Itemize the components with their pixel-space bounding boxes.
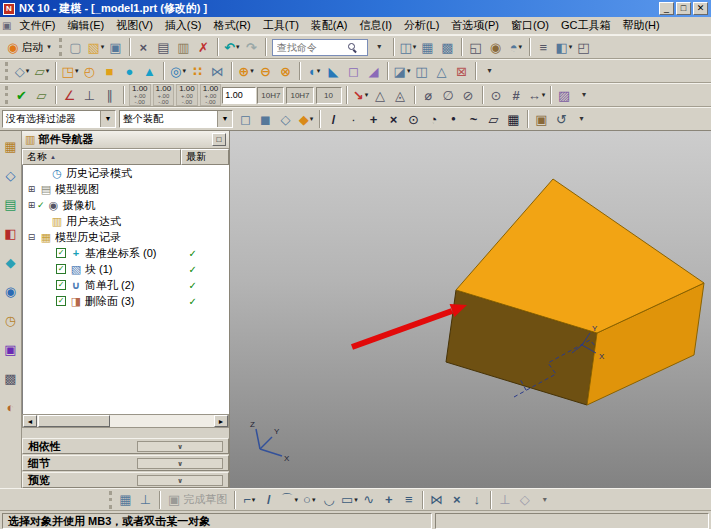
hd3d-tools-button[interactable]: ◆ bbox=[2, 253, 20, 271]
tolerance-field[interactable]: 1.00 +.00 -.00 bbox=[200, 84, 222, 106]
mirror-feature-button[interactable]: ⋈ bbox=[208, 61, 228, 81]
datum-plane-button[interactable]: ◇ ▾ bbox=[12, 61, 32, 81]
column-name[interactable]: 名称 ▲ bbox=[22, 149, 181, 165]
edge-blend-button[interactable]: ◖ ▾ bbox=[304, 61, 324, 81]
graphics-viewport[interactable]: Y X Z X Y bbox=[230, 131, 711, 488]
column-latest[interactable]: 最新 bbox=[181, 149, 229, 165]
web-browser-button[interactable]: ◉ bbox=[2, 282, 20, 300]
snap-existing-point-button[interactable]: ● bbox=[444, 109, 464, 129]
assembly-navigator-button[interactable]: ▦ bbox=[2, 137, 20, 155]
project-curve-button[interactable]: ↓ bbox=[467, 490, 487, 510]
reattach-button[interactable]: ⊥ bbox=[136, 490, 156, 510]
show-only-button[interactable]: ◼ bbox=[256, 109, 276, 129]
expand-section-button[interactable]: ∨ bbox=[137, 458, 223, 469]
sketch-grid-button[interactable]: ▦ bbox=[116, 490, 136, 510]
fit-tolerance-box[interactable]: 10H7 bbox=[257, 87, 284, 104]
intersect-button[interactable]: ⊗ bbox=[276, 61, 296, 81]
new-button[interactable]: ▢ bbox=[66, 37, 86, 57]
trim-body-button[interactable]: ◪ ▾ bbox=[392, 61, 412, 81]
auto-dimension-button[interactable]: ◬ bbox=[391, 85, 411, 105]
paste-button[interactable]: ▥ bbox=[174, 37, 194, 57]
chevron-down-icon[interactable]: ▼ bbox=[217, 111, 232, 127]
feature-checkbox[interactable]: ✓ bbox=[56, 296, 66, 306]
block-solid[interactable] bbox=[446, 179, 704, 405]
expand-section-button[interactable]: ∨ bbox=[137, 441, 223, 452]
revolve-button[interactable]: ◴ bbox=[80, 61, 100, 81]
reuse-library-button[interactable]: ◧ bbox=[2, 224, 20, 242]
menu-item[interactable]: 信息(I) bbox=[354, 17, 398, 34]
feature-checkbox[interactable]: ✓ bbox=[56, 280, 66, 290]
cone-button[interactable]: ▲ bbox=[140, 61, 160, 81]
scroll-left-button[interactable]: ◄ bbox=[23, 415, 37, 427]
orient-view-button[interactable]: ◓ ▾ bbox=[506, 37, 526, 57]
tolerance-field[interactable]: 1.00 +.00 -.00 bbox=[153, 84, 175, 106]
snap-intersection-button[interactable]: × bbox=[384, 109, 404, 129]
section-dependencies[interactable]: 相依性 ∨ bbox=[22, 438, 229, 454]
subtract-button[interactable]: ⊖ bbox=[256, 61, 276, 81]
redo-button[interactable]: ↷ bbox=[242, 37, 262, 57]
more-tools-button[interactable]: ▾ bbox=[575, 85, 595, 105]
point-dialog-button[interactable]: ▣ bbox=[532, 109, 552, 129]
snap-point-on-curve-button[interactable]: ~ bbox=[464, 109, 484, 129]
snap-toggle-button[interactable]: ↺ bbox=[552, 109, 572, 129]
tree-item-cameras[interactable]: ⊞ ✓ ◉ 摄像机 bbox=[23, 197, 229, 213]
menu-item[interactable]: 格式(R) bbox=[208, 17, 257, 34]
history-button[interactable]: ◷ bbox=[2, 311, 20, 329]
menu-item[interactable]: 首选项(P) bbox=[445, 17, 505, 34]
circle-button[interactable]: ○ ▾ bbox=[299, 490, 319, 510]
finish-sketch-button[interactable]: ▣ 完成草图 bbox=[164, 490, 231, 510]
delete-face-button[interactable]: ⊠ bbox=[452, 61, 472, 81]
touch-mode-button[interactable]: ◰ bbox=[574, 37, 594, 57]
profile-button[interactable]: ⌐ ▾ bbox=[239, 490, 259, 510]
panel-options-button[interactable]: □ bbox=[212, 133, 226, 146]
menu-item[interactable]: GC工具箱 bbox=[555, 17, 617, 34]
snap-quadrant-button[interactable]: ◔ bbox=[424, 109, 444, 129]
maximize-button[interactable]: □ bbox=[676, 2, 691, 15]
delete-button[interactable]: ✗ bbox=[194, 37, 214, 57]
show-constraints-button[interactable]: ⊥ bbox=[495, 490, 515, 510]
shell-button[interactable]: ◻ bbox=[344, 61, 364, 81]
tree-item-model-history[interactable]: ⊟ ▦ 模型历史记录 bbox=[23, 229, 229, 245]
display-mode-button[interactable]: ◧ ▾ bbox=[554, 37, 574, 57]
menu-item[interactable]: 帮助(H) bbox=[616, 17, 665, 34]
mirror-curve-button[interactable]: ⋈ bbox=[427, 490, 447, 510]
wireframe-button[interactable]: ◇ bbox=[276, 109, 296, 129]
diameter-dimension-button[interactable]: ⌀ bbox=[419, 85, 439, 105]
dimension-value-input[interactable] bbox=[222, 87, 256, 104]
studio-spline-button[interactable]: ∿ bbox=[359, 490, 379, 510]
tree-item-user-expressions[interactable]: ▥ 用户表达式 bbox=[23, 213, 229, 229]
tolerance-field[interactable]: 1.00 +.00 -.00 bbox=[129, 84, 151, 106]
hole-button[interactable]: ◎ ▾ bbox=[168, 61, 188, 81]
command-finder-input[interactable] bbox=[275, 41, 347, 54]
draft-button[interactable]: ◢ bbox=[364, 61, 384, 81]
tree-item-history-mode[interactable]: ◷ 历史记录模式 bbox=[23, 165, 229, 181]
grid-button[interactable]: # bbox=[507, 85, 527, 105]
selection-options-button[interactable]: ▾ bbox=[572, 109, 592, 129]
tolerance-field[interactable]: 1.00 +.00 -.00 bbox=[176, 84, 198, 106]
roles-button[interactable]: ◐ bbox=[2, 398, 20, 416]
block-button[interactable]: ■ bbox=[100, 61, 120, 81]
measure-button[interactable]: ↔ ▾ bbox=[527, 85, 547, 105]
open-button[interactable]: ▧ ▾ bbox=[86, 37, 106, 57]
menu-item[interactable]: 分析(L) bbox=[398, 17, 445, 34]
feature-checkbox[interactable]: ✓ bbox=[56, 248, 66, 258]
minimize-button[interactable]: _ bbox=[659, 2, 674, 15]
document-menu-icon[interactable]: ▣ bbox=[2, 20, 11, 31]
window-button[interactable]: ◫ ▾ bbox=[398, 37, 418, 57]
cylinder-button[interactable]: ● bbox=[120, 61, 140, 81]
no-selection-button[interactable]: ∅ bbox=[439, 85, 459, 105]
selection-scope-dropdown[interactable]: 整个装配 ▼ bbox=[119, 110, 233, 128]
arc-button[interactable]: ⌒ ▾ bbox=[279, 490, 299, 510]
selection-filter-dropdown[interactable]: 没有选择过滤器 ▼ bbox=[2, 110, 116, 128]
parallel-button[interactable]: ∥ bbox=[100, 85, 120, 105]
fit-tolerance-box[interactable]: 10 bbox=[316, 87, 342, 104]
cascade-windows-button[interactable]: ▩ bbox=[438, 37, 458, 57]
rectangle-button[interactable]: ▭ ▾ bbox=[339, 490, 359, 510]
constraint-navigator-button[interactable]: ◇ bbox=[2, 166, 20, 184]
shaded-button[interactable]: ◆ ▾ bbox=[296, 109, 316, 129]
line-button[interactable]: / bbox=[259, 490, 279, 510]
chevron-down-icon[interactable]: ▼ bbox=[100, 111, 115, 127]
point-button[interactable]: + bbox=[379, 490, 399, 510]
snapshot-button[interactable]: ◉ bbox=[486, 37, 506, 57]
snap-end-point-button[interactable]: / bbox=[324, 109, 344, 129]
